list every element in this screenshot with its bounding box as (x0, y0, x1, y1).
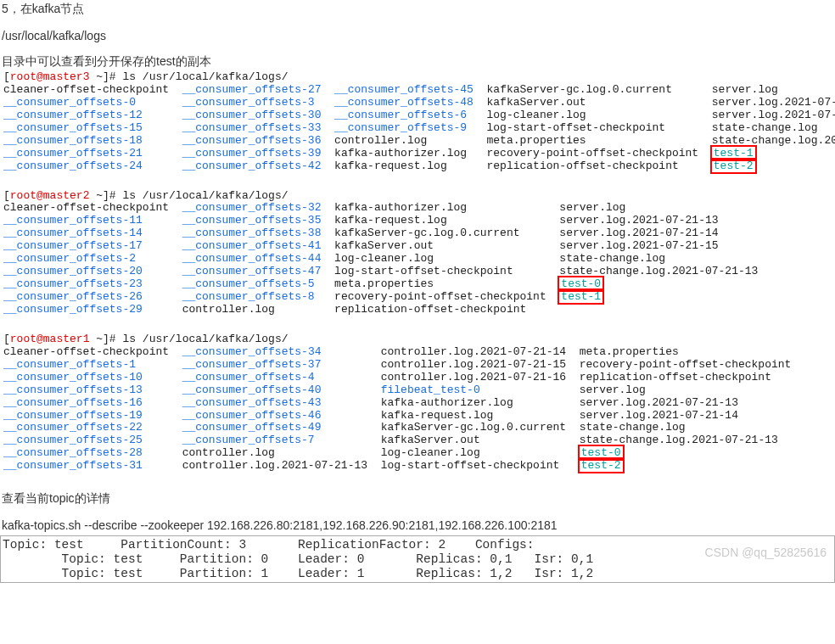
doc-line-4: 查看当前topic的详情 (0, 490, 835, 508)
doc-line-5: kafka-topics.sh --describe --zookeeper 1… (0, 517, 835, 534)
doc-line-1: 5，在kafka节点 (0, 0, 835, 19)
doc-line-3: 目录中可以查看到分开保存的test的副本 (0, 53, 835, 71)
terminal-master1: [root@master1 ~]# ls /usr/local/kafka/lo… (0, 333, 835, 473)
doc-line-2: /usr/local/kafka/logs (0, 27, 835, 44)
highlight-test-2-m1: test-2 (578, 457, 625, 473)
terminal-master2: [root@master2 ~]# ls /usr/local/kafka/lo… (0, 190, 835, 316)
watermark: CSDN @qq_52825616 (705, 546, 827, 559)
highlight-test-1-m2: test-1 (558, 288, 604, 305)
terminal-master3: [root@master3 ~]# ls /usr/local/kafka/lo… (0, 71, 835, 173)
highlight-test-2-m3: test-2 (710, 158, 757, 174)
